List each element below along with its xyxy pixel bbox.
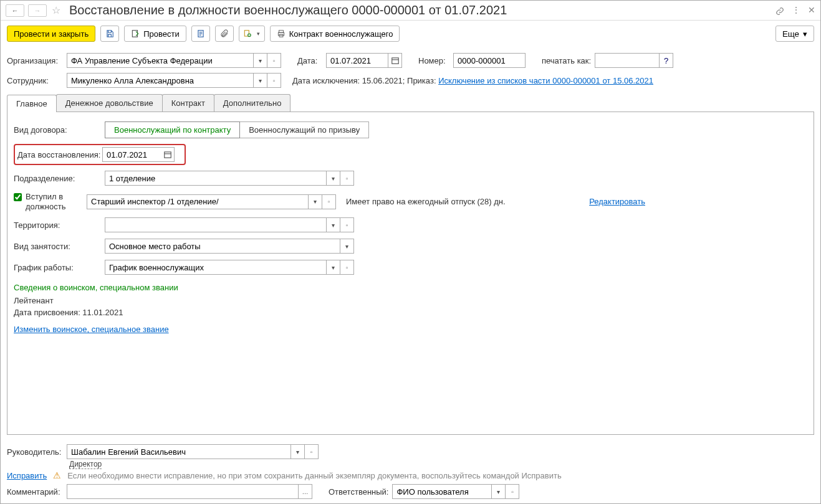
dropdown-button[interactable]: ▾ [327, 260, 340, 275]
schedule-label: График работы: [14, 263, 100, 272]
exclusion-text: Дата исключения: 15.06.2021; Приказ: Иск… [292, 76, 653, 85]
chevron-down-icon: ▾ [803, 29, 807, 39]
rank-section-title: Сведения о воинском, специальном звании [14, 278, 807, 295]
related-create-button[interactable]: ▾ [239, 26, 265, 42]
military-contract-label: Контракт военнослужащего [289, 29, 393, 39]
responsible-input[interactable] [392, 484, 492, 499]
responsible-label: Ответственный: [329, 487, 388, 497]
employment-label: Вид занятости: [14, 242, 100, 251]
date-input[interactable] [326, 53, 388, 68]
entered-position-cb-label: Вступил в должность [26, 192, 82, 211]
dropdown-button[interactable]: ▾ [327, 171, 340, 186]
date-label: Дата: [297, 56, 322, 65]
svg-rect-0 [133, 31, 138, 37]
department-input[interactable] [105, 171, 327, 186]
dropdown-button[interactable]: ▾ [291, 444, 305, 459]
employee-label: Сотрудник: [7, 76, 63, 85]
rank-date: Дата присвоения: 11.01.2021 [14, 307, 807, 318]
post-button-label: Провести [143, 29, 180, 39]
correct-link[interactable]: Исправить [7, 471, 47, 480]
contract-type-contract[interactable]: Военнослужащий по контракту [105, 121, 240, 138]
org-label: Организация: [7, 56, 63, 65]
schedule-input[interactable] [105, 260, 327, 275]
open-button[interactable]: ▫ [267, 73, 281, 88]
open-button[interactable]: ▫ [267, 53, 281, 68]
tab-contract[interactable]: Контракт [162, 94, 214, 112]
open-button[interactable]: ▫ [305, 444, 319, 459]
svg-rect-12 [164, 152, 171, 158]
tab-body-main: Вид договора: Военнослужащий по контракт… [7, 112, 814, 435]
page-title: Восстановление в должности военнослужаще… [65, 3, 772, 17]
restore-date-row: Дата восстановления: [14, 144, 186, 165]
dropdown-button[interactable]: ▾ [327, 217, 340, 232]
svg-rect-7 [279, 31, 283, 33]
calendar-button[interactable] [161, 147, 175, 162]
dropdown-button[interactable]: ▾ [309, 194, 322, 209]
kebab-icon[interactable]: ⋮ [792, 5, 800, 15]
territory-label: Территория: [14, 221, 100, 230]
entered-position-input[interactable] [87, 194, 309, 209]
attach-button[interactable] [215, 26, 234, 42]
open-button[interactable]: ▫ [322, 194, 336, 209]
tab-main[interactable]: Главное [7, 95, 57, 112]
dropdown-button[interactable]: ▾ [492, 484, 506, 499]
back-button[interactable]: ← [6, 4, 24, 17]
tab-money[interactable]: Денежное довольствие [56, 94, 163, 112]
link-icon[interactable] [775, 5, 784, 15]
favorite-icon[interactable]: ☆ [50, 5, 62, 16]
more-label: Еще [782, 29, 799, 39]
dropdown-button[interactable]: ▾ [254, 53, 267, 68]
dropdown-button[interactable]: ▾ [340, 239, 354, 254]
open-button[interactable]: ▫ [506, 484, 519, 499]
save-button[interactable] [100, 26, 119, 42]
manager-role-link[interactable]: Директор [69, 460, 102, 469]
dropdown-button[interactable]: ▾ [254, 73, 267, 88]
help-button[interactable]: ? [660, 53, 673, 68]
post-button[interactable]: Провести [124, 26, 186, 42]
open-button[interactable]: ▫ [340, 171, 354, 186]
contract-type-label: Вид договора: [14, 125, 100, 135]
more-button[interactable]: Еще ▾ [775, 26, 814, 42]
toolbar: Провести и закрыть Провести ▾ Контракт в… [1, 21, 820, 47]
department-label: Подразделение: [14, 174, 100, 183]
change-rank-link[interactable]: Изменить воинское, специальное звание [14, 325, 169, 334]
chevron-down-icon: ▾ [257, 31, 260, 37]
number-input[interactable] [453, 53, 526, 68]
open-button[interactable]: ▫ [340, 217, 354, 232]
manager-label: Руководитель: [7, 447, 63, 457]
titlebar: ← → ☆ Восстановление в должности военнос… [1, 1, 820, 21]
warning-icon: ⚠ [53, 470, 61, 480]
tabs: Главное Денежное довольствие Контракт До… [7, 94, 814, 112]
manager-input[interactable] [67, 444, 291, 459]
org-input[interactable] [67, 53, 254, 68]
exclusion-link[interactable]: Исключение из списков части 0000-000001 … [438, 76, 653, 85]
employee-input[interactable] [67, 73, 254, 88]
close-icon[interactable]: ✕ [808, 5, 815, 15]
entered-position-checkbox[interactable] [14, 193, 22, 201]
correct-hint: Если необходимо внести исправление, но п… [67, 471, 561, 480]
vacation-info: Имеет право на ежегодный отпуск (28) дн. [346, 197, 506, 206]
rank-value: Лейтенант [14, 295, 807, 307]
restore-date-label: Дата восстановления: [17, 150, 102, 159]
territory-input[interactable] [105, 217, 327, 232]
ellipsis-button[interactable]: … [299, 484, 312, 499]
forward-button[interactable]: → [28, 4, 47, 17]
number-label: Номер: [418, 56, 449, 65]
military-contract-button[interactable]: Контракт военнослужащего [270, 26, 400, 42]
print-as-input[interactable] [595, 53, 660, 68]
comment-label: Комментарий: [7, 487, 63, 497]
restore-date-input[interactable] [102, 147, 161, 162]
document-button[interactable] [191, 26, 210, 42]
calendar-button[interactable] [388, 53, 402, 68]
edit-link[interactable]: Редактировать [589, 197, 645, 206]
open-button[interactable]: ▫ [340, 260, 354, 275]
contract-type-draft[interactable]: Военнослужащий по призыву [240, 121, 369, 138]
tab-extra[interactable]: Дополнительно [214, 94, 291, 112]
employment-input[interactable] [105, 239, 340, 254]
post-and-close-button[interactable]: Провести и закрыть [7, 26, 95, 42]
comment-input[interactable] [67, 484, 299, 499]
svg-rect-10 [391, 58, 398, 64]
print-as-label: печатать как: [542, 56, 591, 65]
